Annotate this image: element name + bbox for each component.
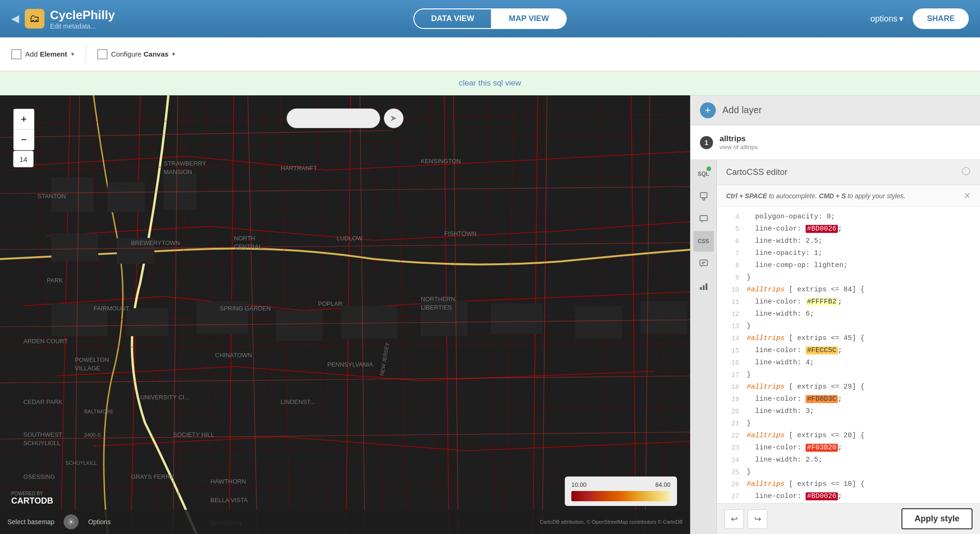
svg-text:SCHUYLKILL: SCHUYLKILL (23, 440, 60, 447)
svg-rect-63 (126, 308, 168, 336)
comment-sidebar-button[interactable] (693, 209, 714, 229)
element-label: Element (40, 50, 67, 58)
svg-line-14 (150, 95, 159, 534)
code-line-6: 6 line-width: 2.5; (717, 235, 980, 247)
editor-close-button[interactable] (961, 166, 971, 179)
code-line-15: 15 line-color: #FECC5C; (717, 345, 980, 357)
back-button[interactable]: ◀ (11, 13, 19, 25)
code-line-11: 11 line-color: #FFFFB2; (717, 296, 980, 308)
css-sidebar-button[interactable]: CSS (693, 231, 714, 252)
svg-line-71 (0, 130, 393, 137)
info-sidebar-button[interactable] (693, 253, 714, 274)
svg-line-32 (23, 296, 164, 306)
select-basemap-button[interactable]: Select basemap (7, 518, 54, 526)
svg-line-24 (23, 156, 187, 166)
code-editor[interactable]: 4 polygon-opacity: 0; 5 line-color: #BD0… (717, 207, 980, 503)
svg-line-80 (360, 95, 365, 534)
svg-point-121 (70, 520, 72, 523)
legend-bar (571, 491, 670, 501)
redo-button[interactable]: ↪ (748, 509, 767, 529)
code-line-19: 19 line-color: #FD8D3C; (717, 393, 980, 405)
svg-line-5 (0, 259, 690, 264)
side-icons: SQL CSS (691, 160, 717, 534)
svg-line-9 (0, 409, 690, 413)
map-attribution: CartoDB attribution, © OpenStreetMap con… (540, 519, 683, 525)
svg-line-40 (281, 437, 468, 451)
svg-rect-68 (491, 303, 542, 334)
code-line-10: 10 #alltrips [ extrips <= 84] { (717, 284, 980, 296)
svg-line-28 (47, 226, 210, 236)
zoom-out-button[interactable]: − (14, 130, 34, 150)
svg-line-23 (655, 95, 664, 534)
svg-line-53 (178, 95, 187, 534)
svg-rect-69 (575, 306, 622, 339)
options-icon[interactable] (64, 514, 79, 529)
svg-line-78 (173, 95, 178, 534)
svg-text:LIBERTIES: LIBERTIES (421, 304, 452, 311)
gear-icon (67, 518, 75, 526)
zoom-level: 14 (13, 151, 34, 167)
hint-close-button[interactable]: ✕ (964, 191, 971, 201)
code-line-7: 7 line-opacity: 1; (717, 247, 980, 260)
toolbar-divider (86, 45, 86, 64)
code-line-17: 17 } (717, 369, 980, 381)
search-input[interactable] (287, 108, 380, 128)
svg-line-42 (61, 95, 70, 534)
options-label: options (870, 14, 897, 24)
svg-rect-66 (341, 306, 397, 339)
svg-line-81 (454, 95, 458, 534)
code-line-23: 23 line-color: #F03B20; (717, 442, 980, 454)
svg-line-75 (0, 376, 690, 383)
svg-line-33 (164, 296, 304, 310)
layer-number: 1 (700, 136, 713, 149)
add-checkbox (11, 49, 22, 59)
svg-text:HARTRANFT: HARTRANFT (281, 165, 317, 172)
share-button[interactable]: SHARE (913, 8, 969, 29)
svg-text:CHINATOWN: CHINATOWN (215, 352, 252, 359)
svg-line-52 (0, 343, 690, 348)
svg-line-21 (542, 95, 552, 534)
tab-data-view[interactable]: DATA VIEW (413, 8, 491, 29)
svg-line-8 (0, 371, 690, 376)
paintbrush-icon (699, 192, 708, 201)
app-subtitle[interactable]: Edit metadata... (50, 22, 115, 30)
svg-line-46 (444, 95, 449, 534)
tab-map-view[interactable]: MAP VIEW (491, 8, 567, 29)
clear-sql-link[interactable]: clear this sql view (459, 79, 521, 88)
options-button[interactable]: options ▾ (870, 14, 903, 24)
svg-text:POPLAR: POPLAR (318, 300, 343, 307)
main-layout: STANTON STRAWBERRY MANSION HARTRANFT KEN… (0, 95, 980, 534)
layer-name: alltrips (720, 134, 758, 144)
add-layer-button[interactable]: + (700, 102, 716, 118)
svg-line-47 (533, 95, 538, 534)
add-layer-label: Add layer (722, 105, 762, 115)
search-go-button[interactable] (384, 108, 404, 128)
legend-range: 10.00 84.00 (571, 481, 670, 488)
svg-line-43 (131, 95, 140, 534)
apply-style-button[interactable]: Apply style (901, 508, 973, 529)
code-line-26: 26 #alltrips [ extrips <= 10] { (717, 478, 980, 491)
layer-description: view of alltrips (720, 144, 758, 151)
toolbar: Add Element ▾ Configure Canvas ▾ (0, 37, 980, 71)
svg-text:GRAYS FERRY: GRAYS FERRY (131, 473, 174, 480)
options-map-button[interactable]: Options (88, 518, 110, 526)
editor-hint-text: Ctrl + SPACE to autocomplete. CMD + S to… (726, 192, 905, 200)
options-arrow: ▾ (899, 14, 903, 24)
zoom-in-button[interactable]: + (14, 109, 34, 130)
sql-sidebar-button[interactable]: SQL (693, 164, 714, 184)
legend-min: 10.00 (571, 481, 587, 488)
layer-item[interactable]: 1 alltrips view of alltrips (691, 125, 980, 160)
sql-text: SQL (698, 171, 709, 177)
svg-text:POWELTON: POWELTON (75, 356, 109, 363)
undo-button[interactable]: ↩ (724, 509, 744, 529)
code-line-18: 18 #alltrips [ extrips <= 29] { (717, 381, 980, 393)
add-label-block: Add Element (25, 50, 67, 58)
svg-rect-57 (51, 177, 94, 212)
svg-rect-60 (51, 233, 98, 261)
chart-sidebar-button[interactable] (693, 276, 714, 296)
svg-line-29 (210, 226, 374, 240)
svg-text:HAWTHORN: HAWTHORN (210, 478, 246, 485)
svg-text:PENNSYLVANIA: PENNSYLVANIA (327, 361, 373, 368)
svg-line-73 (0, 243, 690, 250)
style-sidebar-button[interactable] (693, 186, 714, 207)
